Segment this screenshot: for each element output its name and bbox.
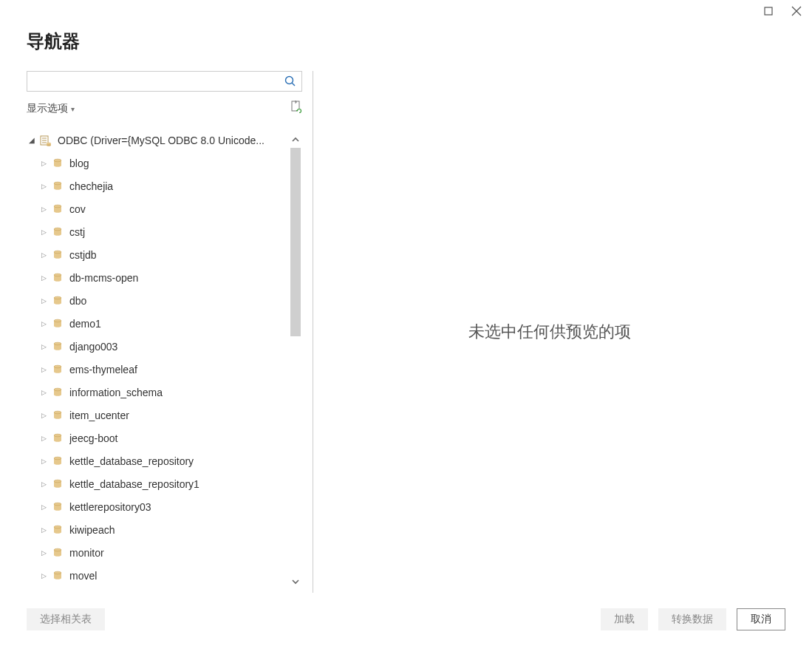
- tree-item-label: db-mcms-open: [69, 272, 289, 284]
- tree-item-label: blog: [69, 157, 289, 169]
- tree-item-label: kiwipeach: [69, 524, 289, 536]
- search-icon[interactable]: [279, 72, 301, 91]
- tree-item[interactable]: ▷cstjdb: [38, 243, 289, 266]
- tree-item[interactable]: ▷cstj: [38, 220, 289, 243]
- svg-point-3: [286, 77, 293, 84]
- tree-item[interactable]: ▷monitor: [38, 541, 289, 564]
- display-options-label: 显示选项: [27, 102, 68, 115]
- caret-right-icon: ▷: [38, 435, 49, 442]
- svg-marker-7: [296, 109, 298, 112]
- tree-item-label: movel: [69, 570, 289, 582]
- tree-item[interactable]: ▷kettle_database_repository: [38, 449, 289, 472]
- tree-item-label: jeecg-boot: [69, 432, 289, 444]
- caret-right-icon: ▷: [38, 389, 49, 396]
- tree-item[interactable]: ▷information_schema: [38, 381, 289, 404]
- tree-item[interactable]: ▷movel: [38, 564, 289, 587]
- database-icon: [52, 272, 64, 284]
- cancel-button[interactable]: 取消: [737, 608, 785, 630]
- svg-point-14: [47, 144, 51, 146]
- caret-right-icon: ▷: [38, 458, 49, 465]
- database-icon: [52, 501, 64, 513]
- tree-item-label: ems-thymeleaf: [69, 364, 289, 375]
- tree-item-label: kettlerepository03: [69, 501, 289, 513]
- caret-right-icon: ▷: [38, 572, 49, 579]
- tree-root[interactable]: ◢ ODBC (Drive: [27, 129, 289, 152]
- scroll-up-icon[interactable]: [289, 133, 302, 146]
- caret-right-icon: ▷: [38, 205, 49, 213]
- related-tables-button[interactable]: 选择相关表: [27, 608, 105, 630]
- database-tree: ◢ ODBC (Drive: [27, 129, 289, 593]
- display-options-dropdown[interactable]: 显示选项 ▾: [27, 102, 75, 115]
- tree-item-label: item_ucenter: [69, 409, 289, 421]
- caret-right-icon: ▷: [38, 526, 49, 534]
- tree-item[interactable]: ▷blog: [38, 152, 289, 174]
- tree-item[interactable]: ▷cov: [38, 197, 289, 220]
- preview-empty-message: 未选中任何供预览的项: [468, 321, 631, 343]
- tree-item[interactable]: ▷jeecg-boot: [38, 426, 289, 449]
- tree-item[interactable]: ▷kettlerepository03: [38, 495, 289, 518]
- tree-item[interactable]: ▷item_ucenter: [38, 404, 289, 426]
- navigator-pane: 显示选项 ▾ ◢: [27, 71, 313, 593]
- close-icon[interactable]: [791, 6, 802, 16]
- scroll-down-icon[interactable]: [289, 575, 302, 588]
- database-icon: [52, 157, 64, 169]
- transform-button[interactable]: 转换数据: [658, 608, 726, 630]
- tree-item[interactable]: ▷chechejia: [38, 174, 289, 197]
- database-icon: [52, 524, 64, 536]
- database-icon: [52, 203, 64, 215]
- database-icon: [52, 180, 64, 192]
- tree-item-label: monitor: [69, 547, 289, 559]
- titlebar: [0, 0, 812, 30]
- tree-item-label: cov: [69, 203, 289, 215]
- caret-right-icon: ▷: [38, 343, 49, 350]
- tree-item-label: cstj: [69, 226, 289, 238]
- tree-item[interactable]: ▷ems-thymeleaf: [38, 358, 289, 381]
- search-input[interactable]: [27, 75, 279, 87]
- tree-item[interactable]: ▷django003: [38, 335, 289, 358]
- caret-right-icon: ▷: [38, 228, 49, 236]
- caret-right-icon: ▷: [38, 549, 49, 557]
- preview-pane: 未选中任何供预览的项: [313, 71, 785, 593]
- page-title: 导航器: [27, 30, 785, 53]
- load-button[interactable]: 加载: [601, 608, 648, 630]
- caret-right-icon: ▷: [38, 503, 49, 511]
- tree-item[interactable]: ▷kiwipeach: [38, 518, 289, 541]
- database-icon: [52, 249, 64, 261]
- database-icon: [52, 547, 64, 559]
- caret-right-icon: ▷: [38, 183, 49, 190]
- tree-item-label: information_schema: [69, 387, 289, 398]
- caret-right-icon: ▷: [38, 366, 49, 373]
- caret-right-icon: ▷: [38, 297, 49, 305]
- tree-item[interactable]: ▷kettle_database_repository1: [38, 472, 289, 495]
- chevron-down-icon: ▾: [71, 105, 75, 113]
- tree-item-label: django003: [69, 341, 289, 353]
- caret-right-icon: ▷: [38, 160, 49, 167]
- caret-right-icon: ▷: [38, 274, 49, 282]
- database-icon: [52, 318, 64, 330]
- caret-right-icon: ▷: [38, 480, 49, 488]
- caret-right-icon: ▷: [38, 320, 49, 327]
- tree-item-label: kettle_database_repository: [69, 455, 289, 467]
- tree-item-label: chechejia: [69, 180, 289, 192]
- tree-item-label: kettle_database_repository1: [69, 478, 289, 490]
- tree-item-label: cstjdb: [69, 249, 289, 261]
- tree-item-label: dbo: [69, 295, 289, 307]
- refresh-icon[interactable]: [290, 101, 302, 117]
- scrollbar[interactable]: [289, 133, 302, 588]
- database-icon: [52, 364, 64, 375]
- tree-item[interactable]: ▷demo1: [38, 312, 289, 335]
- tree-item[interactable]: ▷dbo: [38, 289, 289, 312]
- database-icon: [52, 226, 64, 238]
- search-box: [27, 71, 302, 92]
- tree-item-label: demo1: [69, 318, 289, 330]
- database-icon: [52, 295, 64, 307]
- database-icon: [52, 387, 64, 398]
- scroll-thumb[interactable]: [290, 148, 301, 336]
- svg-rect-0: [765, 7, 772, 15]
- maximize-icon[interactable]: [763, 6, 774, 16]
- caret-down-icon: ◢: [27, 136, 37, 144]
- tree-item[interactable]: ▷db-mcms-open: [38, 266, 289, 289]
- svg-line-4: [292, 83, 295, 86]
- datasource-icon: [40, 135, 52, 146]
- tree-root-label: ODBC (Driver={MySQL ODBC 8.0 Unicode...: [58, 135, 289, 146]
